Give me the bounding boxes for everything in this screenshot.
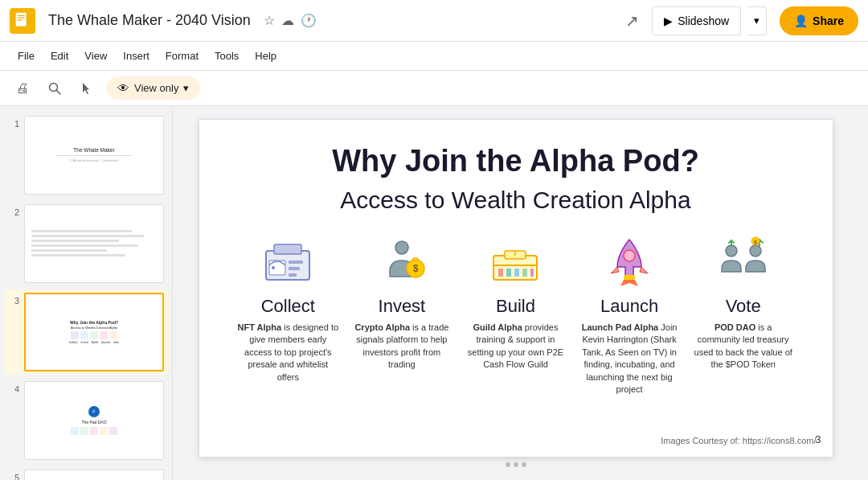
dot-1 — [506, 462, 510, 467]
dot-2 — [514, 462, 518, 467]
svg-text:$: $ — [413, 263, 419, 274]
svg-point-28 — [726, 245, 737, 256]
thumb1-content: The Whale Maker © All rights reserved - … — [30, 147, 158, 162]
menu-file[interactable]: File — [10, 47, 43, 65]
thumb3-labels: Collect Invest Build Launch Vote — [69, 341, 119, 344]
slideshow-button[interactable]: ▶ Slideshow — [652, 6, 741, 35]
svg-line-5 — [57, 90, 61, 94]
thumb4-icons — [71, 427, 117, 435]
history-icon[interactable]: 🕐 — [301, 13, 317, 28]
thumb3-content: Why Join the Alpha Pod? Access to Wealth… — [31, 320, 158, 344]
svg-rect-23 — [522, 269, 527, 277]
svg-rect-2 — [18, 17, 25, 18]
print-button[interactable]: 🖨 — [10, 76, 35, 101]
slide-num-5: 5 — [8, 470, 19, 481]
slide-page-num: 3 — [815, 433, 821, 445]
svg-rect-22 — [514, 269, 519, 277]
slideshow-dropdown[interactable]: ▾ — [747, 6, 767, 35]
slide-thumbnail-5[interactable]: 5 $POD Governance Token — [3, 466, 169, 481]
slide-nav-dots — [506, 462, 526, 467]
slide-thumbnail-2[interactable]: 2 — [3, 201, 169, 286]
icons-row: Collect NFT Alpha is designed to give me… — [231, 233, 800, 396]
svg-point-29 — [750, 245, 761, 256]
slide-thumb-2[interactable] — [24, 204, 164, 283]
slide-thumb-4[interactable]: P The Pad DAO — [24, 381, 164, 460]
cursor-button[interactable] — [74, 76, 100, 101]
menu-help[interactable]: Help — [247, 47, 285, 65]
launch-icon — [601, 233, 657, 289]
collect-desc: NFT Alpha is designed to give members ea… — [237, 322, 339, 384]
thumb4-logo: P — [88, 406, 100, 417]
share-button[interactable]: 👤 Share — [780, 6, 858, 35]
trending-icon[interactable]: ↗ — [625, 11, 639, 31]
toolbar: 🖨 👁 View only ▾ — [0, 71, 868, 106]
view-only-label: View only — [134, 82, 178, 94]
share-label: Share — [813, 14, 844, 27]
slide-thumbnail-1[interactable]: 1 The Whale Maker © All rights reserved … — [3, 113, 169, 198]
slide-num-4: 4 — [8, 381, 19, 394]
slide-thumb-3[interactable]: Why Join the Alpha Pod? Access to Wealth… — [24, 293, 164, 371]
invest-block: $ Invest Crypto Alpha is a trade signals… — [350, 233, 452, 396]
eye-icon: 👁 — [117, 81, 129, 95]
invest-desc: Crypto Alpha is a trade signals platform… — [350, 322, 452, 371]
vote-block: $ Vote POD DAO is a community led treasu… — [692, 233, 794, 396]
cloud-icon[interactable]: ☁ — [281, 13, 294, 28]
menu-view[interactable]: View — [76, 47, 115, 65]
invest-label: Invest — [379, 296, 426, 317]
menu-bar: File Edit View Insert Format Tools Help — [0, 42, 868, 71]
share-person-icon: 👤 — [794, 14, 808, 27]
right-scrollbar[interactable] — [858, 106, 868, 480]
build-desc: Guild Alpha provides training & support … — [465, 322, 567, 371]
slide-thumbnail-3[interactable]: 3 Why Join the Alpha Pod? Access to Weal… — [3, 289, 169, 375]
slide-panel: 1 The Whale Maker © All rights reserved … — [0, 106, 173, 480]
vote-desc: POD DAO is a community led treasury used… — [692, 322, 794, 371]
view-only-button[interactable]: 👁 View only ▾ — [106, 76, 200, 100]
invest-icon: $ — [374, 233, 430, 289]
menu-insert[interactable]: Insert — [115, 47, 158, 65]
svg-rect-3 — [18, 19, 23, 20]
svg-rect-24 — [530, 269, 534, 277]
slide-thumb-1[interactable]: The Whale Maker © All rights reserved - … — [24, 116, 164, 195]
svg-text:$: $ — [754, 240, 757, 246]
thumb4-content: P The Pad DAO — [30, 406, 158, 435]
zoom-button[interactable] — [42, 76, 68, 101]
menu-format[interactable]: Format — [158, 47, 207, 65]
build-label: Build — [496, 296, 535, 317]
doc-title: The Whale Maker - 2040 Vision — [48, 12, 251, 29]
menu-edit[interactable]: Edit — [43, 47, 76, 65]
svg-rect-8 — [274, 244, 301, 254]
svg-marker-6 — [83, 83, 89, 94]
collect-icon — [260, 233, 316, 289]
launch-label: Launch — [600, 296, 658, 317]
svg-rect-1 — [18, 14, 25, 15]
menu-tools[interactable]: Tools — [207, 47, 247, 65]
svg-rect-27 — [624, 275, 635, 280]
launch-desc: Launch Pad Alpha Join Kevin Harrington (… — [578, 322, 680, 396]
svg-rect-21 — [506, 269, 511, 277]
slide-main-title: Why Join the Alpha Pod? — [332, 144, 699, 178]
star-icon[interactable]: ☆ — [264, 13, 275, 28]
main-area: 1 The Whale Maker © All rights reserved … — [0, 106, 868, 480]
svg-rect-13 — [289, 273, 297, 277]
thumb1-text: © All rights reserved - Confidential — [70, 158, 119, 163]
thumb3-icons — [71, 331, 117, 339]
slideshow-icon: ▶ — [664, 14, 673, 27]
thumb1-divider — [55, 155, 133, 156]
thumb3-title: Why Join the Alpha Pod? — [70, 320, 118, 325]
vote-icon: $ — [715, 233, 772, 289]
svg-rect-20 — [498, 269, 503, 277]
svg-point-10 — [272, 266, 275, 269]
slide-subtitle: Access to Wealth Creation Alpha — [340, 187, 690, 214]
slide-thumbnail-4[interactable]: 4 P The Pad DAO — [3, 378, 169, 463]
slide-thumb-5[interactable]: $POD Governance Token — [24, 470, 164, 481]
slide-num-2: 2 — [8, 204, 19, 217]
slide-num-1: 1 — [8, 116, 19, 129]
app-logo — [10, 8, 35, 34]
svg-point-14 — [395, 241, 408, 254]
slide-view: Why Join the Alpha Pod? Access to Wealth… — [173, 106, 858, 480]
thumb2-content — [30, 228, 158, 259]
svg-rect-12 — [289, 267, 300, 270]
title-icons: ☆ ☁ 🕐 — [264, 13, 317, 28]
build-icon — [487, 233, 543, 289]
svg-rect-11 — [289, 261, 303, 264]
